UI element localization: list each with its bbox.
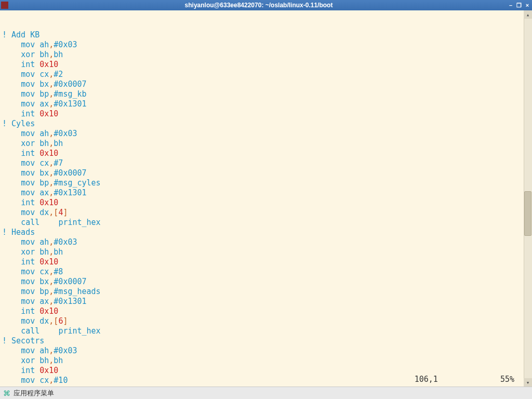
code-line: mov bp,#msg_kb [2, 89, 532, 99]
editor-viewport[interactable]: ! Add KB mov ah,#0x03 xor bh,bh int 0x10… [0, 10, 532, 387]
app-menu-button[interactable]: 应用程序菜单 [14, 389, 54, 398]
window-title: shiyanlou@633ee8422070: ~/oslab/linux-0.… [11, 2, 506, 9]
code-line: mov cx,#8 [2, 267, 532, 277]
scroll-down-button[interactable]: ▾ [524, 378, 532, 387]
comment-line: ! Cyles [2, 119, 532, 129]
code-line: int 0x10 [2, 198, 532, 208]
app-icon [1, 2, 8, 9]
scroll-thumb[interactable] [524, 191, 531, 236]
code-line: xor bh,bh [2, 50, 532, 60]
code-area[interactable]: ! Add KB mov ah,#0x03 xor bh,bh int 0x10… [2, 30, 532, 385]
scroll-up-button[interactable]: ▴ [524, 10, 532, 19]
code-line: mov ax,#0x1301 [2, 188, 532, 198]
code-line: mov bx,#0x0007 [2, 79, 532, 89]
code-line: mov ah,#0x03 [2, 40, 532, 50]
code-line: mov bx,#0x0007 [2, 277, 532, 287]
code-line: mov bp,#msg_cyles [2, 178, 532, 188]
code-line: mov ah,#0x03 [2, 237, 532, 247]
maximize-button[interactable]: ❐ [515, 2, 523, 9]
code-line: xor bh,bh [2, 356, 532, 366]
code-line: int 0x10 [2, 257, 532, 267]
taskbar[interactable]: ⌘ 应用程序菜单 [0, 387, 532, 399]
code-line: mov cx,#7 [2, 158, 532, 168]
code-line: mov ax,#0x1301 [2, 297, 532, 307]
code-line: int 0x10 [2, 307, 532, 316]
code-line: mov bx,#0x0007 [2, 168, 532, 178]
code-line: call print_hex [2, 218, 532, 228]
code-line: mov cx,#2 [2, 70, 532, 79]
status-line: 106,1 55% [2, 375, 520, 384]
scrollbar-track[interactable]: ▴ ▾ [524, 10, 532, 387]
cursor-position: 106,1 [415, 375, 438, 384]
comment-line: ! Secotrs [2, 336, 532, 346]
code-line: mov ax,#0x1301 [2, 99, 532, 109]
code-line: int 0x10 [2, 60, 532, 70]
code-line: mov dx,[4] [2, 208, 532, 218]
code-line: mov ah,#0x03 [2, 346, 532, 356]
code-line: mov ah,#0x03 [2, 129, 532, 139]
code-line: mov bp,#msg_heads [2, 287, 532, 297]
titlebar[interactable]: shiyanlou@633ee8422070: ~/oslab/linux-0.… [0, 0, 532, 10]
code-line: call print_hex [2, 326, 532, 336]
code-line: int 0x10 [2, 109, 532, 119]
code-line: int 0x10 [2, 149, 532, 158]
code-line: mov dx,[6] [2, 316, 532, 326]
comment-line: ! Heads [2, 228, 532, 237]
code-line: xor bh,bh [2, 139, 532, 149]
minimize-button[interactable]: – [507, 2, 514, 9]
scroll-percent: 55% [500, 375, 514, 384]
close-button[interactable]: × [524, 2, 531, 9]
code-line: xor bh,bh [2, 247, 532, 257]
menu-icon[interactable]: ⌘ [3, 389, 10, 397]
comment-line: ! Add KB [2, 30, 532, 40]
